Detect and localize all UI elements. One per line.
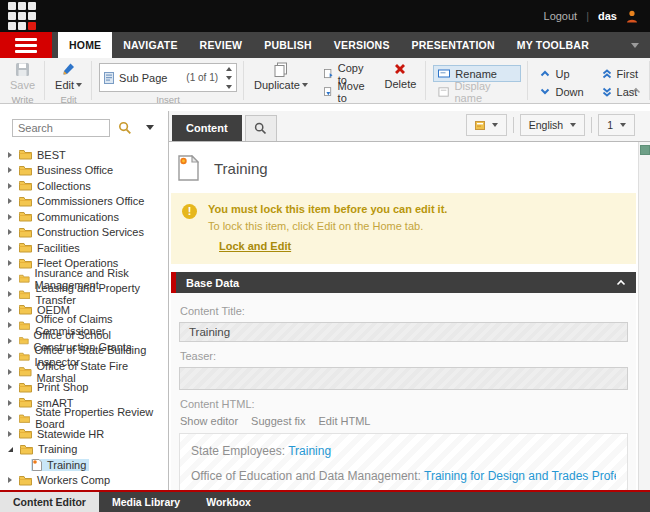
- tree-expand-icon[interactable]: [8, 431, 12, 437]
- caret-down-icon: [492, 123, 498, 127]
- warning-line1: You must lock this item before you can e…: [208, 203, 626, 215]
- logout-link[interactable]: Logout: [544, 10, 578, 22]
- strip-divider: [513, 117, 514, 133]
- delete-button[interactable]: Delete: [382, 61, 420, 91]
- search-options-caret-icon[interactable]: [146, 125, 154, 130]
- teaser-field[interactable]: [179, 367, 628, 390]
- search-input[interactable]: [12, 119, 110, 137]
- ribbon-tab[interactable]: VERSIONS: [323, 32, 401, 58]
- tree-item[interactable]: Training: [0, 442, 168, 458]
- sort-down-button[interactable]: Down: [535, 83, 588, 100]
- search-icon[interactable]: [118, 121, 132, 135]
- main-area: BEST Business Office: [0, 111, 650, 490]
- ribbon-collapse-icon[interactable]: [631, 80, 641, 98]
- tree-item[interactable]: Business Office: [0, 163, 168, 179]
- field-label-teaser: Teaser:: [180, 350, 628, 362]
- app-tab[interactable]: Workbox: [193, 492, 264, 512]
- tree-expand-icon[interactable]: [8, 322, 12, 328]
- tree-item[interactable]: Facilities: [0, 240, 168, 256]
- folder-icon: [19, 196, 32, 207]
- tree-expand-icon[interactable]: [8, 353, 12, 359]
- folder-icon: [19, 180, 32, 191]
- double-chevron-up-icon: [602, 69, 612, 79]
- tree-item[interactable]: Leasing and Property Transfer: [0, 287, 168, 303]
- profile-card-icon: [475, 121, 485, 130]
- app-tab[interactable]: Media Library: [99, 492, 193, 512]
- folder-icon: [19, 242, 32, 253]
- tree-item[interactable]: Workers Comp: [0, 473, 168, 489]
- folder-icon: [19, 413, 30, 424]
- content-tree: BEST Business Office: [0, 144, 168, 490]
- move-to-button[interactable]: Move to: [319, 83, 374, 100]
- ribbon-tab[interactable]: REVIEW: [189, 32, 254, 58]
- ribbon-tab[interactable]: MY TOOLBAR: [506, 32, 600, 58]
- tree-expand-icon[interactable]: [8, 447, 13, 452]
- tree-item[interactable]: Construction Services: [0, 225, 168, 241]
- tree-item[interactable]: Communications: [0, 209, 168, 225]
- preview-link[interactable]: Training for Design and Trades Professio…: [424, 469, 616, 483]
- spinner-down-icon[interactable]: [226, 76, 232, 80]
- group-label-rename: Rename: [459, 100, 495, 104]
- save-button[interactable]: Save: [7, 61, 38, 92]
- app-tab[interactable]: Content Editor: [0, 492, 99, 512]
- tree-item[interactable]: Training: [0, 457, 168, 473]
- tree-expand-icon[interactable]: [8, 260, 12, 266]
- ribbon-tab[interactable]: HOME: [58, 32, 112, 58]
- tree-expand-icon[interactable]: [8, 167, 12, 173]
- ribbon-tab[interactable]: PUBLISH: [253, 32, 323, 58]
- tab-content[interactable]: Content: [172, 115, 242, 141]
- html-action-link[interactable]: Show editor: [180, 415, 238, 427]
- tree-expand-icon[interactable]: [8, 198, 12, 204]
- html-action-link[interactable]: Edit HTML: [319, 415, 371, 427]
- ribbon-tab[interactable]: PRESENTATION: [401, 32, 506, 58]
- sort-up-button[interactable]: Up: [535, 65, 588, 82]
- content-scrollbar[interactable]: [638, 142, 650, 490]
- preview-link[interactable]: Training: [288, 444, 331, 458]
- user-icon[interactable]: [626, 10, 638, 23]
- tree-expand-icon[interactable]: [8, 291, 12, 297]
- hamburger-menu-button[interactable]: [0, 32, 52, 58]
- tree-item[interactable]: Commissioners Office: [0, 194, 168, 210]
- tree-expand-icon[interactable]: [8, 245, 12, 251]
- lock-and-edit-link[interactable]: Lock and Edit: [219, 240, 291, 252]
- spinner-up-icon[interactable]: [226, 67, 232, 71]
- language-dropdown[interactable]: English: [520, 114, 585, 136]
- tree-expand-icon[interactable]: [8, 415, 12, 421]
- field-label-content-html: Content HTML:: [180, 398, 628, 410]
- preview-row: State Employees: Training: [191, 439, 616, 464]
- insert-item-selector[interactable]: Sub Page (1 of 1): [99, 63, 237, 92]
- ribbon-options-caret-icon[interactable]: [631, 43, 639, 48]
- profile-dropdown[interactable]: [466, 114, 507, 136]
- tree-item[interactable]: BEST: [0, 147, 168, 163]
- content-title-field[interactable]: Training: [179, 322, 628, 342]
- tree-expand-icon[interactable]: [8, 369, 12, 375]
- section-collapse-icon[interactable]: [616, 279, 626, 286]
- tree-expand-icon[interactable]: [8, 338, 12, 344]
- ribbon-tab[interactable]: NAVIGATE: [112, 32, 188, 58]
- tree-expand-icon[interactable]: [8, 276, 12, 282]
- html-action-link[interactable]: Suggest fix: [251, 415, 305, 427]
- tree-expand-icon[interactable]: [8, 229, 12, 235]
- tree-expand-icon[interactable]: [8, 152, 12, 158]
- tree-search-row: [0, 111, 168, 144]
- tree-expand-icon[interactable]: [8, 307, 12, 313]
- tree-expand-icon[interactable]: [8, 400, 12, 406]
- tree-expand-icon[interactable]: [8, 384, 12, 390]
- tree-item[interactable]: State Properties Review Board: [0, 411, 168, 427]
- tree-expand-icon[interactable]: [8, 183, 12, 189]
- tree-item[interactable]: Office of State Fire Marshal: [0, 364, 168, 380]
- insert-dropdown-icon[interactable]: [226, 85, 232, 89]
- tab-search[interactable]: [245, 115, 277, 141]
- display-name-button[interactable]: Display name: [433, 83, 521, 100]
- tree-item[interactable]: Collections: [0, 178, 168, 194]
- duplicate-button[interactable]: Duplicate: [251, 61, 311, 92]
- group-label-operations: Operations: [312, 100, 358, 104]
- field-label-content-title: Content Title:: [180, 305, 628, 317]
- edit-button[interactable]: Edit: [52, 61, 85, 92]
- scrollbar-thumb[interactable]: [640, 145, 650, 155]
- section-header-base-data[interactable]: Base Data: [171, 272, 636, 293]
- version-dropdown[interactable]: 1: [598, 114, 635, 136]
- tree-expand-icon[interactable]: [8, 477, 12, 483]
- tree-expand-icon[interactable]: [8, 214, 12, 220]
- tree-item[interactable]: Procurement: [0, 488, 168, 490]
